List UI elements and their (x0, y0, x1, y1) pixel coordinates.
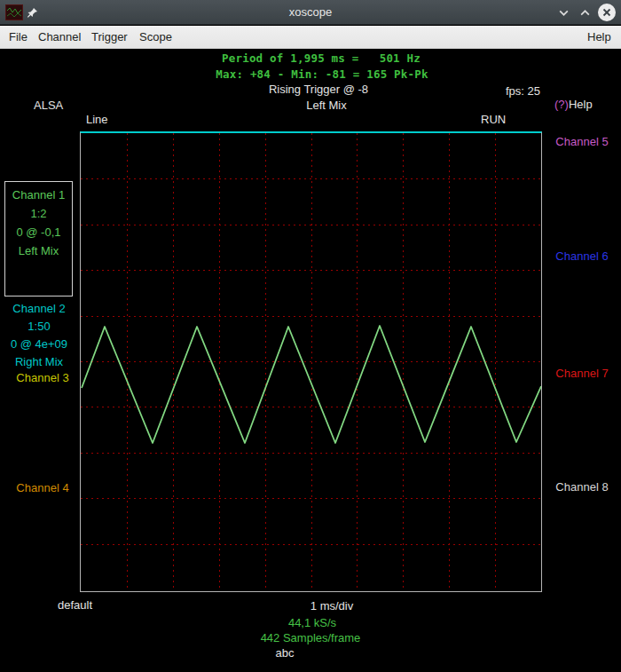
period-readout: Period of 1,995 ms = 501 Hz (222, 51, 421, 65)
waveform-plot (81, 133, 541, 589)
help-prefix: (?) (554, 98, 569, 111)
timebase-label[interactable]: 1 ms/div (310, 599, 353, 613)
buffer-label: abc (276, 646, 295, 660)
channel6-label[interactable]: Channel 6 (543, 248, 621, 265)
minimize-button[interactable] (555, 4, 571, 20)
channel5-label[interactable]: Channel 5 (543, 133, 621, 151)
channel4-label[interactable]: Channel 4 (0, 479, 85, 497)
menu-trigger[interactable]: Trigger (91, 30, 128, 43)
preset-label: default (58, 598, 92, 612)
channel8-label[interactable]: Channel 8 (543, 478, 621, 496)
channel1-box[interactable]: Channel 11:20 @ -0,1Left Mix (4, 181, 73, 296)
channel-scale: 1:50 (0, 318, 78, 336)
trigger-source-label[interactable]: Line (86, 113, 108, 126)
channel-position: 0 @ 4e+09 (0, 336, 78, 353)
device-label[interactable]: ALSA (34, 99, 63, 112)
menu-help[interactable]: Help (587, 30, 611, 43)
menu-scope[interactable]: Scope (139, 30, 172, 43)
fps-readout: fps: 25 (506, 84, 540, 98)
maximize-button[interactable] (577, 4, 593, 20)
trigger-readout: Rising Trigger @ -8 (269, 83, 368, 96)
channel-source: Right Mix (0, 353, 78, 371)
window-controls (555, 0, 616, 25)
scope-content: Period of 1,995 ms = 501 Hz Max: +84 - M… (0, 49, 621, 672)
channel3-label[interactable]: Channel 3 (0, 369, 85, 387)
titlebar: xoscope (0, 0, 621, 25)
graph-area (80, 131, 542, 592)
menu-file[interactable]: File (9, 30, 28, 43)
source-label: Left Mix (306, 99, 347, 112)
channel-name: Channel 1 (5, 186, 72, 204)
run-stop-label[interactable]: RUN (481, 113, 506, 126)
xoscope-window: xoscope File Channel Trigger Scope Help (0, 0, 621, 672)
samples-frame-label: 442 Samples/frame (261, 631, 361, 644)
channel2-block[interactable]: Channel 21:500 @ 4e+09Right Mix (0, 300, 78, 371)
channel-scale: 1:2 (5, 204, 72, 223)
close-button[interactable] (598, 4, 616, 21)
menu-channel[interactable]: Channel (38, 30, 81, 43)
window-title: xoscope (0, 5, 621, 19)
help-label: Help (569, 98, 593, 111)
channel7-label[interactable]: Channel 7 (543, 365, 621, 383)
help-button[interactable]: (?)Help (554, 98, 593, 111)
channel-source: Left Mix (5, 241, 72, 260)
channel-position: 0 @ -0,1 (5, 223, 72, 241)
menubar: File Channel Trigger Scope Help (0, 26, 621, 49)
channel-name: Channel 2 (0, 300, 78, 318)
minmax-readout: Max: +84 - Min: -81 = 165 Pk-Pk (216, 67, 428, 81)
sample-rate-label: 44,1 kS/s (288, 616, 336, 629)
